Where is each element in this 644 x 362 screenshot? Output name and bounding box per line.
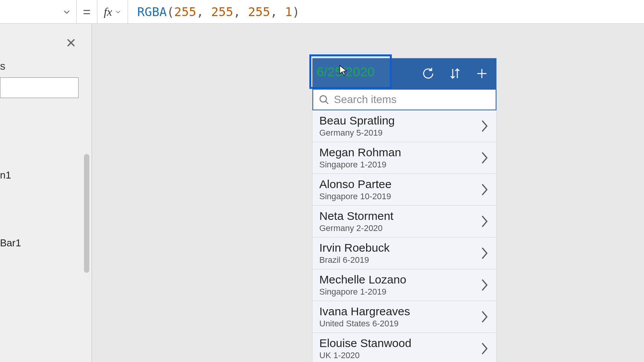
equals-label: = xyxy=(77,0,97,24)
chevron-right-icon[interactable] xyxy=(480,246,490,261)
item-sub: UK 1-2020 xyxy=(319,351,411,360)
chevron-right-icon[interactable] xyxy=(480,341,490,356)
app-header: 6/25/2020 xyxy=(312,58,496,89)
svg-point-4 xyxy=(320,96,327,102)
panel-title: ts xyxy=(0,60,5,72)
chevron-right-icon[interactable] xyxy=(480,309,490,324)
chevron-right-icon[interactable] xyxy=(480,182,490,197)
item-name: Elouise Stanwood xyxy=(319,337,411,350)
item-sub: Singapore 10-2019 xyxy=(319,192,391,201)
sort-icon[interactable] xyxy=(448,67,462,80)
app-preview: 6/25/2020 Search items Beau Spratling Ge… xyxy=(312,58,496,362)
chevron-right-icon[interactable] xyxy=(480,150,490,165)
chevron-right-icon[interactable] xyxy=(480,118,490,134)
tree-item[interactable]: n1 xyxy=(0,169,11,181)
item-name: Alonso Partee xyxy=(319,178,391,191)
search-icon xyxy=(319,94,329,105)
list-item[interactable]: Ivana Hargreaves United States 6-2019 xyxy=(312,301,496,333)
close-icon[interactable]: ✕ xyxy=(66,35,76,51)
item-name: Neta Storment xyxy=(319,210,393,223)
list-item[interactable]: Alonso Partee Singapore 10-2019 xyxy=(312,174,496,206)
item-name: Ivana Hargreaves xyxy=(319,305,410,318)
tree-item[interactable]: Bar1 xyxy=(0,237,21,249)
fx-dropdown[interactable]: fx xyxy=(97,0,128,24)
chevron-right-icon[interactable] xyxy=(480,214,490,229)
item-name: Mechelle Lozano xyxy=(319,273,406,286)
list-item[interactable]: Mechelle Lozano Singapore 1-2019 xyxy=(312,269,496,301)
item-sub: Brazil 6-2019 xyxy=(319,255,389,265)
item-name: Irvin Roebuck xyxy=(319,241,389,254)
item-sub: United States 6-2019 xyxy=(319,319,410,329)
item-sub: Germany 2-2020 xyxy=(319,223,393,233)
formula-bar: = fx RGBA(255, 255, 255, 1) xyxy=(0,0,644,24)
item-name: Megan Rohman xyxy=(319,146,401,159)
gallery-list: Beau Spratling Germany 5-2019 Megan Rohm… xyxy=(312,110,496,362)
item-name: Beau Spratling xyxy=(319,114,395,127)
canvas[interactable]: 6/25/2020 Search items Beau Spratling Ge… xyxy=(92,24,644,362)
list-item[interactable]: Irvin Roebuck Brazil 6-2019 xyxy=(312,238,496,269)
formula-fn: RGBA xyxy=(137,5,167,19)
list-item[interactable]: Beau Spratling Germany 5-2019 xyxy=(312,110,496,142)
list-item[interactable]: Elouise Stanwood UK 1-2020 xyxy=(312,333,496,362)
refresh-icon[interactable] xyxy=(421,67,435,80)
item-sub: Singapore 1-2019 xyxy=(319,287,406,297)
list-item[interactable]: Megan Rohman Singapore 1-2019 xyxy=(312,142,496,174)
formula-input[interactable]: RGBA(255, 255, 255, 1) xyxy=(128,5,300,19)
search-placeholder: Search items xyxy=(334,93,396,106)
fx-icon: fx xyxy=(104,5,112,18)
title-label-text: 6/25/2020 xyxy=(317,64,375,79)
add-icon[interactable] xyxy=(475,67,489,80)
tree-view-panel: ✕ ts n1 Bar1 xyxy=(0,24,92,362)
svg-line-5 xyxy=(326,102,329,104)
property-dropdown[interactable] xyxy=(0,0,77,24)
tree-search-input[interactable] xyxy=(0,77,79,98)
item-sub: Germany 5-2019 xyxy=(319,128,395,138)
item-sub: Singapore 1-2019 xyxy=(319,160,401,170)
scrollbar-thumb[interactable] xyxy=(84,154,89,273)
chevron-down-icon xyxy=(62,8,71,16)
title-label-selected[interactable]: 6/25/2020 xyxy=(309,54,392,89)
search-input[interactable]: Search items xyxy=(312,89,496,110)
chevron-down-icon xyxy=(115,9,121,15)
list-item[interactable]: Neta Storment Germany 2-2020 xyxy=(312,206,496,238)
chevron-right-icon[interactable] xyxy=(480,277,490,293)
